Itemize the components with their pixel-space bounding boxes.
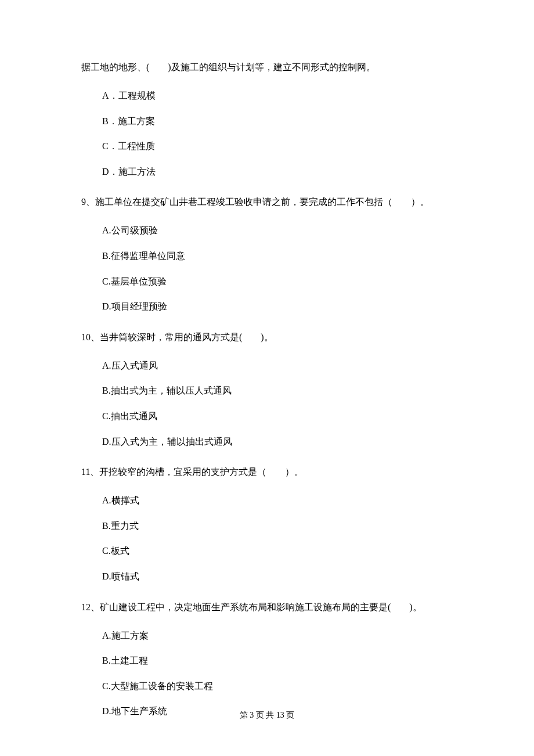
question-11-stem: 11、开挖较窄的沟槽，宜采用的支护方式是（ ）。 <box>81 463 453 481</box>
question-8-continuation: 据工地的地形、( )及施工的组织与计划等，建立不同形式的控制网。 <box>81 58 453 77</box>
option-a: A.施工方案 <box>102 628 453 643</box>
page-content: 据工地的地形、( )及施工的组织与计划等，建立不同形式的控制网。 A．工程规模 … <box>0 0 534 756</box>
option-c: C．工程性质 <box>102 139 453 154</box>
option-b: B.土建工程 <box>102 653 453 668</box>
option-d: D.压入式为主，辅以抽出式通风 <box>102 434 453 449</box>
question-10-stem: 10、当井筒较深时，常用的通风方式是( )。 <box>81 328 453 347</box>
option-d: D．施工方法 <box>102 164 453 179</box>
option-d: D.喷锚式 <box>102 569 453 584</box>
option-a: A.横撑式 <box>102 493 453 508</box>
question-10-options: A.压入式通风 B.抽出式为主，辅以压人式通风 C.抽出式通风 D.压入式为主，… <box>81 358 453 449</box>
option-b: B．施工方案 <box>102 114 453 129</box>
option-b: B.重力式 <box>102 519 453 534</box>
option-c: C.基层单位预验 <box>102 274 453 289</box>
question-12-options: A.施工方案 B.土建工程 C.大型施工设备的安装工程 D.地下生产系统 <box>81 628 453 719</box>
option-c: C.大型施工设备的安装工程 <box>102 679 453 694</box>
question-8-options: A．工程规模 B．施工方案 C．工程性质 D．施工方法 <box>81 88 453 179</box>
question-9-options: A.公司级预验 B.征得监理单位同意 C.基层单位预验 D.项目经理预验 <box>81 223 453 314</box>
option-c: C.板式 <box>102 543 453 559</box>
option-a: A.压入式通风 <box>102 358 453 373</box>
question-12-stem: 12、矿山建设工程中，决定地面生产系统布局和影响施工设施布局的主要是( )。 <box>81 598 453 617</box>
option-c: C.抽出式通风 <box>102 409 453 424</box>
question-9-stem: 9、施工单位在提交矿山井巷工程竣工验收申请之前，要完成的工作不包括（ ）。 <box>81 193 453 211</box>
option-a: A．工程规模 <box>102 88 453 103</box>
question-11-options: A.横撑式 B.重力式 C.板式 D.喷锚式 <box>81 493 453 584</box>
option-d: D.项目经理预验 <box>102 299 453 314</box>
option-b: B.抽出式为主，辅以压人式通风 <box>102 383 453 398</box>
page-footer: 第 3 页 共 13 页 <box>0 709 534 721</box>
option-a: A.公司级预验 <box>102 223 453 238</box>
option-b: B.征得监理单位同意 <box>102 249 453 264</box>
